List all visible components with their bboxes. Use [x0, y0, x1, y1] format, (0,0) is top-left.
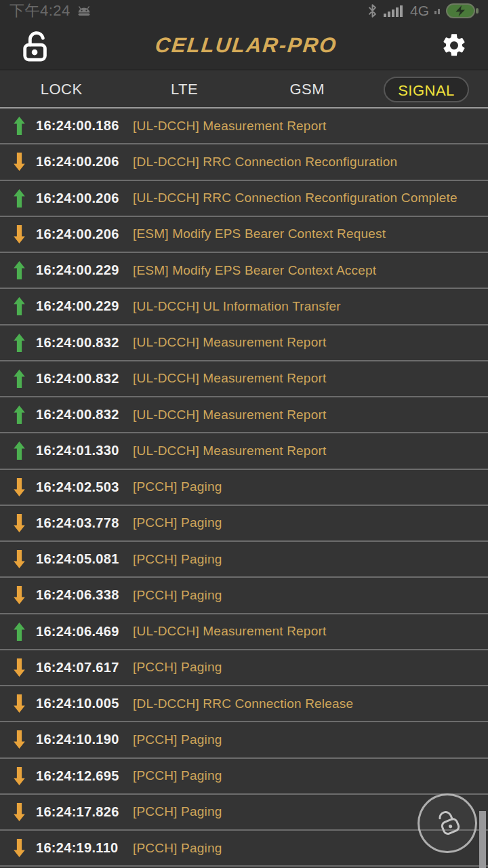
log-timestamp: 16:24:03.778 [36, 515, 123, 531]
log-timestamp: 16:24:07.617 [36, 660, 123, 675]
tab-lte[interactable]: LTE [123, 81, 245, 98]
log-timestamp: 16:24:00.186 [36, 118, 123, 134]
down-arrow-icon [14, 803, 25, 821]
down-arrow-icon [14, 730, 25, 749]
log-message: [UL-DCCH] Measurement Report [133, 624, 326, 639]
log-timestamp: 16:24:00.832 [36, 407, 123, 422]
log-message: [PCCH] Paging [133, 660, 222, 675]
log-row[interactable]: 16:24:00.206 [ESM] Modify EPS Bearer Con… [0, 217, 488, 253]
log-timestamp: 16:24:10.005 [36, 696, 123, 711]
log-row[interactable]: 16:24:01.330 [UL-DCCH] Measurement Repor… [0, 433, 488, 469]
up-arrow-icon [14, 441, 25, 460]
app-title: CELLULAR-PRO [154, 33, 338, 58]
log-message: [PCCH] Paging [133, 588, 222, 603]
log-message: [UL-DCCH] UL Information Transfer [133, 299, 341, 314]
status-bar: 下午4:24 [0, 0, 488, 22]
log-row[interactable]: 16:24:00.229 [ESM] Modify EPS Bearer Con… [0, 253, 488, 289]
log-message: [PCCH] Paging [133, 841, 222, 856]
log-row[interactable]: 16:24:02.503 [PCCH] Paging [0, 470, 488, 506]
lock-open-icon[interactable] [20, 28, 52, 63]
log-row[interactable]: 16:24:06.338 [PCCH] Paging [0, 578, 488, 614]
log-message: [PCCH] Paging [133, 732, 222, 747]
log-message: [PCCH] Paging [133, 479, 222, 494]
log-row[interactable]: 16:24:00.832 [UL-DCCH] Measurement Repor… [0, 361, 488, 397]
log-row[interactable]: 16:24:12.695 [PCCH] Paging [0, 759, 488, 795]
log-row[interactable]: 16:24:10.190 [PCCH] Paging [0, 722, 488, 758]
down-arrow-icon [14, 225, 25, 243]
log-timestamp: 16:24:00.229 [36, 262, 123, 278]
log-message: [PCCH] Paging [133, 804, 222, 819]
log-message: [DL-DCCH] RRC Connection Release [133, 696, 353, 711]
down-arrow-icon [14, 478, 25, 496]
log-message: [UL-DCCH] Measurement Report [133, 371, 326, 386]
log-timestamp: 16:24:00.832 [36, 371, 123, 387]
up-arrow-icon [14, 623, 25, 641]
up-arrow-icon [14, 189, 25, 208]
signal-strength-icon [383, 4, 405, 18]
status-time: 下午4:24 [9, 1, 70, 21]
log-list: 16:24:00.186 [UL-DCCH] Measurement Repor… [0, 108, 488, 868]
app-bar: CELLULAR-PRO [0, 22, 488, 69]
log-timestamp: 16:24:00.229 [36, 298, 123, 314]
scrollbar-thumb[interactable] [479, 811, 486, 868]
android-icon [76, 5, 92, 17]
log-row[interactable]: 16:24:00.186 [UL-DCCH] Measurement Repor… [0, 108, 488, 144]
down-arrow-icon [14, 658, 25, 677]
tab-lock[interactable]: LOCK [0, 81, 123, 98]
log-message: [UL-DCCH] Measurement Report [133, 408, 326, 422]
log-row[interactable]: 16:24:00.832 [UL-DCCH] Measurement Repor… [0, 326, 488, 361]
down-arrow-icon [14, 586, 25, 604]
down-arrow-icon [14, 550, 25, 568]
up-arrow-icon [14, 334, 25, 352]
tab-gsm[interactable]: GSM [246, 81, 369, 98]
log-message: [UL-DCCH] RRC Connection Reconfiguration… [133, 191, 458, 205]
volte-icon [434, 7, 441, 15]
log-row[interactable]: 16:24:00.832 [UL-DCCH] Measurement Repor… [0, 397, 488, 433]
bluetooth-icon [367, 3, 378, 18]
log-timestamp: 16:24:10.190 [36, 732, 123, 747]
log-row[interactable]: 16:24:00.206 [UL-DCCH] RRC Connection Re… [0, 181, 488, 217]
log-row[interactable]: 16:24:00.206 [DL-DCCH] RRC Connection Re… [0, 144, 488, 180]
log-row[interactable]: 16:24:19.110 [PCCH] Paging [0, 831, 488, 867]
up-arrow-icon [14, 261, 25, 279]
unlock-icon [430, 806, 465, 841]
log-timestamp: 16:24:00.206 [36, 191, 123, 206]
log-row[interactable]: 16:24:03.778 [PCCH] Paging [0, 506, 488, 542]
down-arrow-icon [14, 514, 25, 532]
unlock-fab-button[interactable] [418, 793, 477, 853]
log-timestamp: 16:24:06.469 [36, 624, 123, 639]
log-row[interactable]: 16:24:07.617 [PCCH] Paging [0, 650, 488, 686]
up-arrow-icon [14, 406, 25, 424]
log-message: [PCCH] Paging [133, 515, 222, 530]
down-arrow-icon [14, 694, 25, 713]
log-message: [UL-DCCH] Measurement Report [133, 443, 326, 458]
log-timestamp: 16:24:12.695 [36, 768, 123, 784]
up-arrow-icon [14, 370, 25, 388]
log-timestamp: 16:24:02.503 [36, 479, 123, 495]
log-timestamp: 16:24:17.826 [36, 804, 123, 820]
log-row[interactable]: 16:24:05.081 [PCCH] Paging [0, 542, 488, 578]
gear-icon[interactable] [441, 32, 468, 59]
tab-signal[interactable]: SIGNAL [384, 77, 469, 102]
down-arrow-icon [14, 839, 25, 857]
down-arrow-icon [14, 767, 25, 785]
log-message: [ESM] Modify EPS Bearer Context Request [133, 226, 386, 241]
log-timestamp: 16:24:00.206 [36, 226, 123, 242]
log-timestamp: 16:24:00.206 [36, 154, 123, 170]
log-row[interactable]: 16:24:06.469 [UL-DCCH] Measurement Repor… [0, 614, 488, 650]
log-row[interactable]: 16:24:00.229 [UL-DCCH] UL Information Tr… [0, 289, 488, 325]
tab-bar: LOCK LTE GSM SIGNAL [0, 71, 488, 108]
log-message: [UL-DCCH] Measurement Report [133, 119, 326, 134]
log-message: [DL-DCCH] RRC Connection Reconfiguration [133, 155, 397, 170]
up-arrow-icon [14, 117, 25, 135]
network-type-label: 4G [410, 3, 429, 19]
log-message: [PCCH] Paging [133, 768, 222, 783]
log-row[interactable]: 16:24:10.005 [DL-DCCH] RRC Connection Re… [0, 686, 488, 722]
log-timestamp: 16:24:05.081 [36, 551, 123, 567]
down-arrow-icon [14, 153, 25, 171]
log-message: [UL-DCCH] Measurement Report [133, 335, 326, 350]
log-timestamp: 16:24:00.832 [36, 335, 123, 351]
log-row[interactable]: 16:24:17.826 [PCCH] Paging [0, 795, 488, 831]
log-message: [ESM] Modify EPS Bearer Context Accept [133, 263, 376, 278]
cellular-pro-app: 下午4:24 [0, 0, 488, 868]
